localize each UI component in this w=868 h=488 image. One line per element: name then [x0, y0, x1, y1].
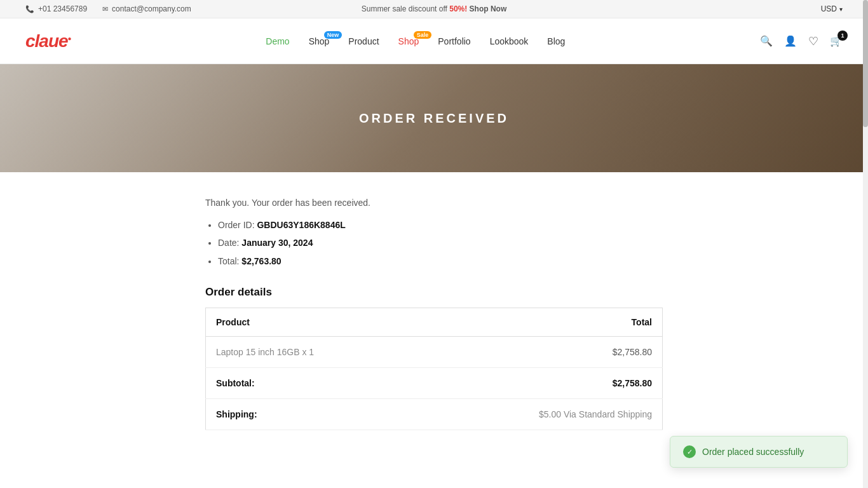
scrollbar[interactable]	[863, 0, 868, 456]
toast-success-icon: ✓	[683, 445, 696, 456]
order-date-label: Date:	[218, 238, 241, 248]
toast-message: Order placed successfully	[702, 447, 804, 456]
wishlist-icon[interactable]	[808, 34, 818, 48]
table-row: Laptop 15 inch 16GB x 1 $2,758.80	[206, 337, 663, 368]
cart-icon[interactable]: 1	[830, 34, 843, 48]
nav-item-blog[interactable]: Blog	[547, 36, 565, 46]
phone-contact: +01 23456789	[25, 4, 87, 13]
nav-item-demo[interactable]: Demo	[266, 36, 289, 46]
subtotal-label-cell: Subtotal:	[206, 368, 421, 399]
top-bar-contacts: +01 23456789 contact@company.com	[25, 4, 191, 13]
col-total-header: Total	[420, 308, 662, 337]
order-date-item: Date: January 30, 2024	[218, 236, 663, 250]
promo-pct: 50%!	[449, 4, 467, 13]
order-total-label: Total:	[218, 256, 241, 266]
top-bar: +01 23456789 contact@company.com Summer …	[0, 0, 868, 18]
shop-now-link[interactable]: Shop Now	[470, 4, 507, 13]
product-name-cell: Laptop 15 inch 16GB x 1	[206, 337, 421, 368]
user-icon[interactable]	[784, 34, 797, 48]
hero-title: ORDER RECEIVED	[359, 111, 509, 126]
order-date-value: January 30, 2024	[241, 238, 313, 248]
table-header-row: Product Total	[206, 308, 663, 337]
shipping-label-cell: Shipping:	[206, 399, 421, 430]
nav-item-shop[interactable]: Shop New	[309, 36, 330, 46]
search-icon[interactable]	[760, 34, 773, 48]
cart-count-badge: 1	[837, 30, 848, 41]
order-id-label: Order ID:	[218, 220, 257, 230]
shipping-row: Shipping: $5.00 Via Standard Shipping	[206, 399, 663, 430]
phone-number: +01 23456789	[38, 4, 87, 13]
shop-new-badge: New	[324, 31, 342, 39]
shipping-value-cell: $5.00 Via Standard Shipping	[420, 399, 662, 430]
hero-section: ORDER RECEIVED	[0, 64, 868, 172]
email-contact: contact@company.com	[102, 4, 191, 13]
logo-dot: ●	[68, 34, 71, 41]
chevron-down-icon	[839, 4, 843, 13]
order-details-heading: Order details	[205, 286, 663, 299]
promo-banner: Summer sale discount off 50%! Shop Now	[362, 4, 507, 13]
check-icon: ✓	[687, 448, 693, 456]
nav-item-shop-sale[interactable]: Shop Sale	[398, 36, 419, 46]
logo[interactable]: claue●	[25, 31, 71, 51]
order-meta-list: Order ID: GBDU63Y186K8846L Date: January…	[205, 218, 663, 268]
scrollbar-thumb[interactable]	[863, 0, 868, 127]
order-id-value: GBDU63Y186K8846L	[257, 220, 345, 230]
shop-sale-badge: Sale	[414, 31, 432, 39]
order-total-item: Total: $2,763.80	[218, 254, 663, 268]
main-content: Thank you. Your order has been received.…	[193, 172, 675, 456]
header: claue● Demo Shop New Product Shop Sale P…	[0, 18, 868, 64]
main-nav: Demo Shop New Product Shop Sale Portfoli…	[266, 36, 565, 46]
col-product-header: Product	[206, 308, 421, 337]
product-total-cell: $2,758.80	[420, 337, 662, 368]
thank-you-message: Thank you. Your order has been received.	[205, 198, 663, 208]
toast-notification: ✓ Order placed successfully	[670, 436, 848, 456]
order-total-value: $2,763.80	[241, 256, 281, 266]
order-id-item: Order ID: GBDU63Y186K8846L	[218, 218, 663, 232]
currency-selector[interactable]: USD	[821, 4, 843, 13]
email-address: contact@company.com	[112, 4, 191, 13]
nav-item-product[interactable]: Product	[348, 36, 379, 46]
currency-label: USD	[821, 4, 837, 13]
logo-text: clau	[25, 31, 58, 51]
mail-icon	[102, 4, 108, 13]
header-icons: 1	[760, 34, 843, 48]
logo-accent: e	[58, 31, 68, 51]
subtotal-value-cell: $2,758.80	[420, 368, 662, 399]
nav-item-portfolio[interactable]: Portfolio	[438, 36, 470, 46]
subtotal-row: Subtotal: $2,758.80	[206, 368, 663, 399]
nav-item-lookbook[interactable]: Lookbook	[490, 36, 529, 46]
order-details-table: Product Total Laptop 15 inch 16GB x 1 $2…	[205, 308, 663, 430]
promo-text: Summer sale discount off	[362, 4, 450, 13]
phone-icon	[25, 4, 34, 13]
